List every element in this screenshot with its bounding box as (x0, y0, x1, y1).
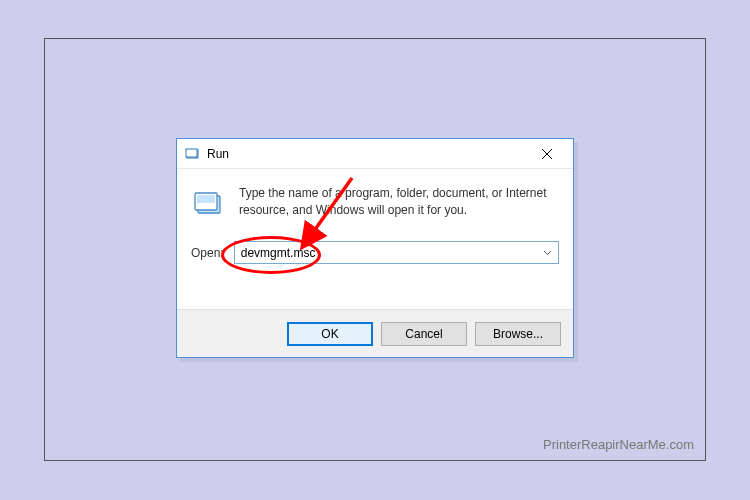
description-text: Type the name of a program, folder, docu… (239, 185, 559, 223)
close-button[interactable] (527, 141, 567, 167)
chevron-down-icon (543, 250, 552, 256)
svg-rect-6 (197, 195, 215, 203)
open-input[interactable] (234, 241, 559, 264)
close-icon (542, 149, 552, 159)
run-app-icon (185, 146, 201, 162)
browse-button[interactable]: Browse... (475, 322, 561, 346)
cancel-button[interactable]: Cancel (381, 322, 467, 346)
run-dialog: Run Type the name of a program, folder, … (176, 138, 574, 358)
titlebar: Run (177, 139, 573, 169)
open-label: Open: (191, 246, 224, 260)
dialog-body: Type the name of a program, folder, docu… (177, 169, 573, 309)
watermark-text: PrinterReapirNearMe.com (543, 437, 694, 452)
dialog-title: Run (207, 147, 527, 161)
run-logo-icon (191, 187, 227, 223)
button-bar: OK Cancel Browse... (177, 309, 573, 357)
combobox-dropdown-button[interactable] (538, 241, 556, 264)
open-combobox (234, 241, 559, 264)
ok-button[interactable]: OK (287, 322, 373, 346)
svg-rect-1 (186, 149, 197, 157)
open-row: Open: (191, 241, 559, 264)
description-row: Type the name of a program, folder, docu… (191, 185, 559, 223)
